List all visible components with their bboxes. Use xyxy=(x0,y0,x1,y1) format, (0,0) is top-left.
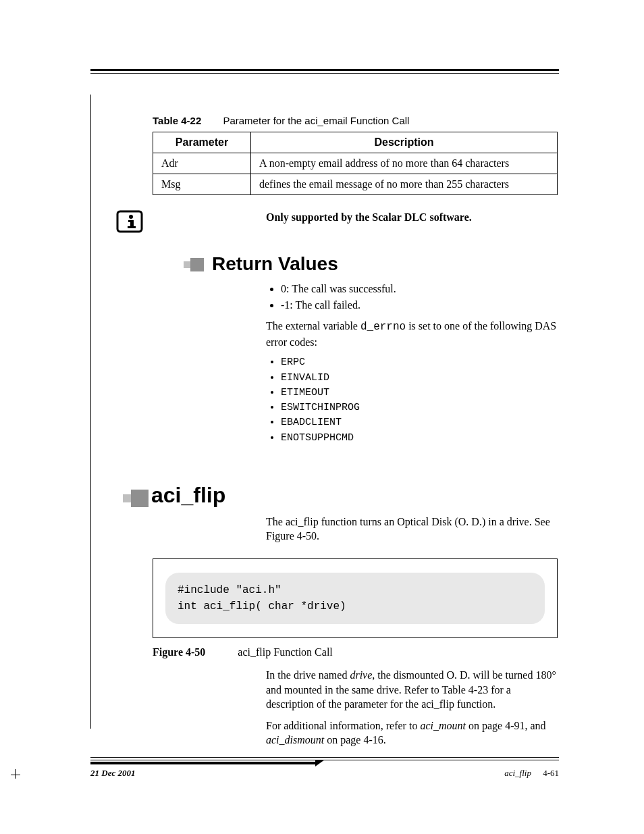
info-note: Only supported by the Scalar DLC softwar… xyxy=(266,210,472,224)
aci-flip-p1: In the drive named drive, the dismounted… xyxy=(266,668,558,712)
heading-text: aci_flip xyxy=(151,483,225,508)
table-caption-text: Parameter for the aci_email Function Cal… xyxy=(223,115,409,126)
heading-return-values: Return Values xyxy=(90,253,559,275)
heading-text: Return Values xyxy=(212,253,338,275)
page-footer: 21 Dec 2001 aci_flip 4-61 xyxy=(90,757,559,781)
table-row: Msg defines the email message of no more… xyxy=(153,174,558,195)
list-item: EBADCLIENT xyxy=(281,416,558,429)
footer-date: 21 Dec 2001 xyxy=(90,768,135,779)
list-item: -1: The call failed. xyxy=(281,298,558,313)
footer-section: aci_flip xyxy=(504,768,531,778)
heading-aci-flip: aci_flip xyxy=(90,483,559,508)
table-cell: A non-empty email address of no more tha… xyxy=(251,153,558,174)
code-block: #include "aci.h" int aci_flip( char *dri… xyxy=(165,573,545,624)
table-row: Adr A non-empty email address of no more… xyxy=(153,153,558,174)
ref-aci-dismount: aci_dismount xyxy=(266,734,324,746)
return-values-list: 0: The call was successful. -1: The call… xyxy=(266,282,558,312)
svg-point-0 xyxy=(129,215,133,219)
error-codes-list: ERPC EINVALID ETIMEOUT ESWITCHINPROG EBA… xyxy=(266,356,558,445)
heading-bullet-icon xyxy=(123,488,147,502)
list-item: 0: The call was successful. xyxy=(281,282,558,296)
svg-rect-3 xyxy=(128,226,136,228)
info-icon xyxy=(116,224,143,235)
errno-var: d_errno xyxy=(360,321,406,333)
drive-param: drive xyxy=(350,669,372,681)
heading-bullet-icon xyxy=(184,257,208,271)
table-caption-label: Table 4-22 xyxy=(153,115,201,126)
table-caption: Table 4-22 Parameter for the aci_email F… xyxy=(153,115,559,126)
errno-paragraph: The external variable d_errno is set to … xyxy=(266,319,558,349)
left-vertical-rule xyxy=(90,95,91,729)
aci-flip-intro: The aci_flip function turns an Optical D… xyxy=(266,515,558,544)
list-item: ETIMEOUT xyxy=(281,386,558,400)
aci-flip-p2: For additional information, refer to aci… xyxy=(266,719,558,748)
list-item: ERPC xyxy=(281,356,558,369)
list-item: ESWITCHINPROG xyxy=(281,401,558,415)
table-cell: defines the email message of no more tha… xyxy=(251,174,558,195)
footer-page: 4-61 xyxy=(543,768,559,778)
list-item: EINVALID xyxy=(281,371,558,385)
table-cell: Msg xyxy=(153,174,251,195)
figure-text: aci_flip Function Call xyxy=(238,646,332,658)
crop-mark-icon xyxy=(11,769,23,781)
code-figure: #include "aci.h" int aci_flip( char *dri… xyxy=(153,558,558,638)
table-header-description: Description xyxy=(251,132,558,153)
table-cell: Adr xyxy=(153,153,251,174)
ref-aci-mount: aci_mount xyxy=(420,720,466,731)
param-table: Parameter Description Adr A non-empty em… xyxy=(153,132,558,195)
top-rule xyxy=(90,69,559,74)
figure-caption: Figure 4-50 aci_flip Function Call xyxy=(153,646,559,658)
figure-label: Figure 4-50 xyxy=(153,646,205,658)
list-item: ENOTSUPPHCMD xyxy=(281,432,558,445)
table-header-parameter: Parameter xyxy=(153,132,251,153)
